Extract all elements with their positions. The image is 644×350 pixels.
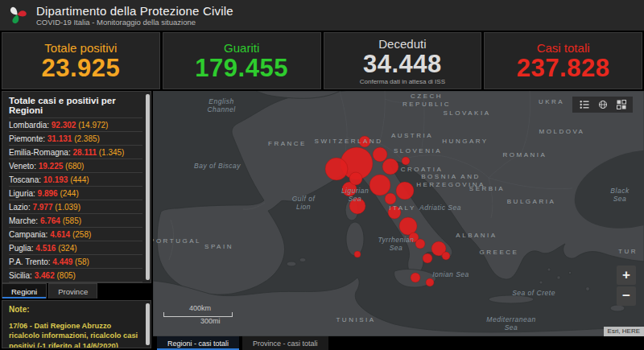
- region-cases: 19.225: [39, 162, 65, 171]
- stat-casi-totali: Casi totali237.828: [484, 32, 642, 89]
- zoom-in-button[interactable]: +: [617, 266, 636, 285]
- region-positives: (1.345): [99, 148, 125, 157]
- region-positives: (585): [63, 216, 81, 225]
- regions-panel: Totale casi e positivi per Regioni Lomba…: [2, 91, 151, 283]
- stat-note: Conferma dati in attesa di ISS: [360, 78, 445, 85]
- tab-province[interactable]: Province: [48, 283, 97, 299]
- regions-list: Lombardia: 92.302 (14.972)Piemonte: 31.1…: [2, 117, 151, 283]
- region-positives: (805): [57, 271, 76, 280]
- region-cases: 7.977: [32, 203, 55, 212]
- region-row[interactable]: Emilia-Romagna: 28.111 (1.345): [9, 145, 142, 159]
- stat-label: Deceduti: [378, 37, 426, 51]
- region-case-bubble[interactable]: [349, 198, 365, 214]
- region-row[interactable]: Lombardia: 92.302 (14.972): [9, 117, 142, 131]
- zoom-out-button[interactable]: −: [617, 286, 636, 306]
- region-case-bubble[interactable]: [388, 206, 401, 219]
- regions-scrollbar[interactable]: [146, 94, 150, 280]
- notes-title: Note:: [9, 305, 141, 314]
- region-case-bubble[interactable]: [415, 239, 425, 249]
- region-row[interactable]: Veneto: 19.225 (680): [9, 159, 142, 172]
- stat-deceduti: Deceduti34.448Conferma dati in attesa di…: [324, 32, 482, 89]
- region-case-bubble[interactable]: [423, 253, 432, 263]
- stat-value: 23.925: [41, 55, 120, 81]
- protezione-civile-logo-icon: [6, 3, 28, 28]
- stat-value: 179.455: [195, 55, 288, 81]
- app-header: Dipartimento della Protezione Civile COV…: [0, 0, 644, 31]
- region-case-bubble[interactable]: [382, 159, 398, 175]
- region-positives: (2.385): [74, 134, 100, 143]
- basemap-icon: [598, 100, 608, 109]
- region-case-bubble[interactable]: [354, 251, 361, 257]
- region-row[interactable]: Liguria: 9.896 (244): [9, 186, 142, 200]
- region-name: Lazio:: [9, 203, 32, 212]
- region-case-bubble[interactable]: [359, 136, 370, 147]
- map-canvas[interactable]: English ChannelUKRACZECH REPUBLICSLOVAKI…: [153, 91, 644, 336]
- map-scalebar: 400km 300mi: [163, 304, 233, 325]
- region-row[interactable]: Puglia: 4.516 (324): [9, 241, 142, 254]
- stats-row: Totale positivi23.925Guariti179.455Deced…: [2, 32, 642, 89]
- bottom-tab-province[interactable]: Province - casi totali: [242, 336, 328, 350]
- region-row[interactable]: Campania: 4.614 (258): [9, 227, 142, 241]
- region-name: Veneto:: [9, 162, 39, 171]
- legend-button[interactable]: [577, 98, 591, 111]
- region-case-bubble[interactable]: [442, 252, 450, 260]
- region-case-bubble[interactable]: [373, 147, 387, 162]
- region-case-bubble[interactable]: [411, 273, 420, 282]
- map-tab-bar: Regioni - casi totaliProvince - casi tot…: [153, 336, 644, 350]
- region-cases: 9.896: [38, 189, 60, 198]
- stat-label: Guariti: [224, 41, 259, 55]
- region-cases: 4.449: [52, 257, 75, 266]
- region-row[interactable]: P.A. Trento: 4.449 (58): [9, 254, 142, 268]
- region-cases: 6.764: [40, 216, 63, 225]
- bottom-tab-regioni[interactable]: Regioni - casi totali: [157, 336, 239, 350]
- region-name: Toscana:: [9, 175, 43, 184]
- scale-km-label: 400km: [189, 304, 233, 312]
- stat-guariti: Guariti179.455: [163, 32, 321, 89]
- region-name: Lombardia:: [9, 121, 52, 130]
- region-positives: (14.972): [78, 121, 108, 130]
- crete: [489, 295, 534, 303]
- region-row[interactable]: Sicilia: 3.462 (805): [9, 268, 142, 282]
- notes-scrollbar[interactable]: [146, 303, 150, 345]
- region-case-bubble[interactable]: [325, 158, 348, 180]
- sidebar-tab-bar: RegioniProvince: [2, 283, 97, 299]
- region-name: Liguria:: [9, 189, 38, 198]
- region-name: Marche:: [9, 216, 40, 225]
- region-cases: 92.302: [52, 121, 78, 130]
- region-cases: 10.193: [43, 175, 70, 184]
- scale-mi-label: 300mi: [200, 317, 233, 325]
- legend-icon: [580, 100, 589, 109]
- region-name: Emilia-Romagna:: [9, 148, 72, 157]
- region-case-bubble[interactable]: [369, 175, 390, 196]
- region-cases: 28.111: [72, 148, 98, 157]
- region-case-bubble[interactable]: [426, 278, 434, 286]
- page-title: Dipartimento della Protezione Civile: [36, 4, 233, 18]
- grid-icon: [617, 100, 626, 109]
- note-line: 17/06 - Dati Regione Abruzzo ricalcolo i…: [9, 321, 141, 348]
- region-positives: (324): [58, 244, 76, 253]
- region-positives: (258): [72, 230, 91, 239]
- grid-button[interactable]: [614, 98, 628, 111]
- region-name: Puglia:: [9, 244, 35, 253]
- region-positives: (58): [75, 257, 89, 266]
- region-case-bubble[interactable]: [349, 172, 362, 185]
- basemap-button[interactable]: [596, 98, 609, 111]
- region-cases: 4.614: [50, 230, 72, 239]
- region-row[interactable]: Toscana: 10.193 (444): [9, 172, 142, 186]
- stat-value: 237.828: [517, 55, 610, 81]
- region-cases: 4.516: [35, 244, 58, 253]
- stat-label: Totale positivi: [44, 41, 117, 55]
- region-case-bubble[interactable]: [385, 193, 396, 204]
- region-row[interactable]: Lazio: 7.977 (1.039): [9, 200, 142, 213]
- region-case-bubble[interactable]: [396, 182, 414, 200]
- stat-positivi: Totale positivi23.925: [2, 32, 160, 89]
- region-row[interactable]: Piemonte: 31.131 (2.385): [9, 131, 142, 145]
- region-cases: 3.462: [35, 271, 57, 280]
- region-row[interactable]: Marche: 6.764 (585): [9, 213, 142, 227]
- region-case-bubble[interactable]: [402, 157, 410, 165]
- tab-regioni[interactable]: Regioni: [2, 283, 47, 299]
- covid-dashboard: Dipartimento della Protezione Civile COV…: [0, 0, 644, 350]
- region-name: P.A. Trento:: [9, 257, 52, 266]
- regions-panel-title: Totale casi e positivi per Regioni: [9, 96, 144, 115]
- region-name: Sicilia:: [9, 271, 35, 280]
